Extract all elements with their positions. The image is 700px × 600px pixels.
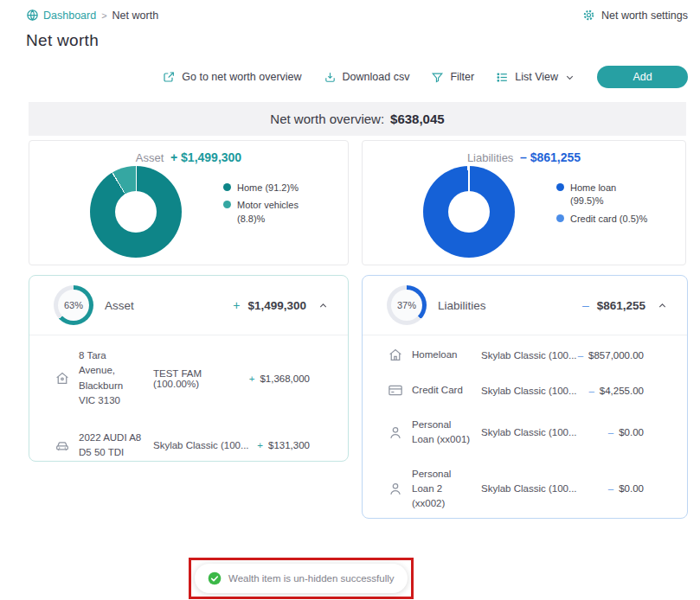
- liabilities-card-title: Liabilities: [438, 299, 486, 312]
- breadcrumb-current: Net worth: [112, 10, 159, 22]
- breadcrumb-home-label: Dashboard: [43, 10, 96, 22]
- legend-dot-credit-card: [556, 214, 564, 222]
- overview-value: $638,045: [390, 112, 445, 126]
- asset-card-header[interactable]: 63% Asset + $1,499,300: [29, 276, 348, 335]
- go-to-overview-label: Go to net worth overview: [182, 71, 301, 83]
- list-view-icon: [496, 71, 509, 84]
- success-toast: Wealth item is un-hidden successfully: [195, 564, 408, 593]
- annotation-highlight-box: Wealth item is un-hidden successfully: [189, 558, 414, 599]
- top-bar: Dashboard > Net worth Net worth settings: [26, 9, 688, 22]
- asset-chart-card: Asset + $1,499,300 Home (91.2)% Motor ve…: [29, 140, 349, 265]
- filter-funnel-icon: [431, 71, 444, 84]
- globe-icon: [26, 9, 39, 22]
- legend-item-home-loan: Home loan (99.5)%: [556, 182, 667, 208]
- liabilities-card-header[interactable]: 37% Liabilities – $861,255: [363, 276, 687, 335]
- house-icon: [387, 347, 404, 363]
- download-csv-label: Download csv: [343, 71, 410, 83]
- breadcrumb: Dashboard > Net worth: [26, 9, 158, 22]
- legend-dot-home-loan: [556, 183, 564, 191]
- chevron-down-icon: [564, 72, 575, 83]
- toolbar: Go to net worth overview Download csv Fi…: [162, 66, 688, 88]
- liability-row-personal-loan-2[interactable]: Personal Loan 2 (xx002) Skylab Classic (…: [363, 457, 687, 521]
- asset-rows: 8 Tara Avenue, Blackburn VIC 3130 TEST F…: [29, 335, 348, 474]
- net-worth-page: Dashboard > Net worth Net worth settings…: [0, 0, 700, 600]
- asset-detail-card: 63% Asset + $1,499,300 8 Tara Avenue, Bl…: [29, 275, 349, 462]
- liabilities-chart-title-label: Liabilities: [467, 151, 513, 164]
- download-icon: [324, 71, 337, 84]
- legend-item-motor-vehicles: Motor vehicles (8.8)%: [223, 199, 334, 226]
- breadcrumb-dashboard-link[interactable]: Dashboard: [26, 9, 96, 22]
- net-worth-overview-bar: Net worth overview: $638,045: [29, 102, 686, 136]
- liabilities-percent-ring: 37%: [387, 285, 427, 325]
- asset-row-vehicle[interactable]: 2022 AUDI A8 D5 50 TDI Skylab Classic (1…: [29, 419, 348, 472]
- toast-message: Wealth item is un-hidden successfully: [228, 573, 395, 584]
- list-view-label: List View: [515, 71, 558, 83]
- liabilities-chart-legend: Home loan (99.5)% Credit card (0.5)%: [556, 141, 667, 266]
- car-icon: [54, 437, 71, 454]
- download-csv-button[interactable]: Download csv: [324, 71, 410, 84]
- gear-icon: [582, 9, 595, 22]
- legend-dot-motor-vehicles: [223, 201, 231, 208]
- legend-item-credit-card: Credit card (0.5)%: [556, 213, 667, 226]
- liabilities-chart-card: Liabilities – $861,255 Home loan (99.5)%…: [362, 140, 686, 265]
- liabilities-rows: Homeloan Skylab Classic (100... –$857,00…: [363, 335, 687, 522]
- liability-row-personal-loan-1[interactable]: Personal Loan (xx001) Skylab Classic (10…: [363, 408, 687, 457]
- asset-percent-label: 63%: [54, 285, 93, 325]
- liabilities-donut-chart: [423, 166, 515, 258]
- chevron-up-icon[interactable]: [318, 300, 329, 311]
- overview-label: Net worth overview:: [270, 112, 384, 126]
- asset-chart-title-label: Asset: [136, 151, 164, 164]
- liabilities-detail-card: 37% Liabilities – $861,255 Homeloan Skyl…: [362, 275, 688, 519]
- asset-row-home[interactable]: 8 Tara Avenue, Blackburn VIC 3130 TEST F…: [29, 337, 348, 419]
- net-worth-settings-button[interactable]: Net worth settings: [582, 9, 688, 22]
- person-icon: [387, 481, 404, 497]
- filter-button[interactable]: Filter: [431, 71, 474, 84]
- filter-label: Filter: [450, 71, 474, 83]
- asset-card-title: Asset: [105, 299, 134, 312]
- house-icon: [54, 370, 71, 386]
- add-button[interactable]: Add: [597, 66, 688, 88]
- liabilities-card-total: – $861,255: [582, 298, 668, 312]
- liability-row-homeloan[interactable]: Homeloan Skylab Classic (100... –$857,00…: [363, 337, 687, 373]
- page-title: Net worth: [26, 31, 99, 50]
- check-circle-icon: [208, 571, 222, 585]
- asset-card-total: + $1,499,300: [233, 298, 329, 312]
- person-icon: [387, 424, 404, 441]
- legend-dot-home: [223, 183, 231, 191]
- liabilities-percent-label: 37%: [387, 285, 427, 325]
- chevron-up-icon[interactable]: [657, 300, 668, 311]
- legend-item-home: Home (91.2)%: [223, 182, 334, 195]
- list-view-dropdown[interactable]: List View: [496, 71, 575, 84]
- credit-card-icon: [387, 382, 404, 399]
- share-icon: [162, 70, 176, 84]
- liability-row-credit-card[interactable]: Credit Card Skylab Classic (100... –$4,2…: [363, 373, 687, 408]
- settings-label: Net worth settings: [601, 10, 688, 22]
- breadcrumb-separator: >: [101, 10, 106, 21]
- go-to-overview-button[interactable]: Go to net worth overview: [162, 70, 301, 84]
- asset-percent-ring: 63%: [54, 285, 93, 325]
- asset-donut-chart: [90, 166, 182, 258]
- asset-chart-legend: Home (91.2)% Motor vehicles (8.8)%: [223, 141, 334, 266]
